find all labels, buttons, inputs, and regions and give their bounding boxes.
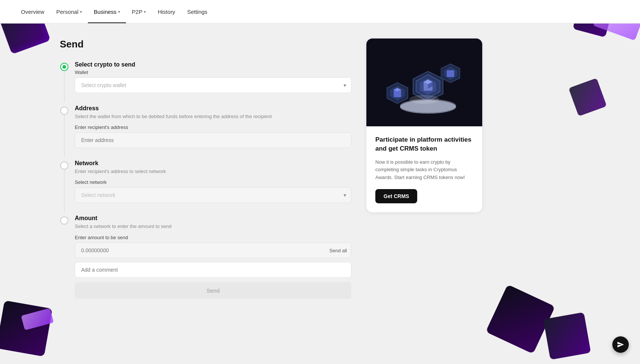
nav-p2p[interactable]: P2P ▾ [126, 0, 152, 23]
wallet-select-wrapper: Select crypto wallet ▾ [75, 77, 351, 93]
svg-rect-12 [447, 70, 454, 77]
nav-settings[interactable]: Settings [181, 0, 213, 23]
step-2-circle [60, 107, 68, 115]
step-2-field-label: Enter recipient's address [75, 124, 351, 130]
send-button[interactable]: Send [75, 282, 351, 299]
step-2-content: Address Select the wallet from which to … [75, 105, 351, 157]
nav-history[interactable]: History [152, 0, 181, 23]
network-select-wrapper: Select network ▾ [75, 187, 351, 203]
promo-image [366, 38, 482, 126]
step-3-left [60, 160, 69, 212]
step-3-line [64, 170, 65, 212]
nav-business[interactable]: Business ▾ [88, 0, 126, 23]
business-arrow: ▾ [118, 10, 120, 14]
step-1-line [64, 71, 65, 102]
form-section: Send Select crypto to send Wallet Select… [60, 38, 351, 311]
step-4-circle [60, 216, 68, 225]
step-1-circle [60, 63, 68, 71]
main-nav: Overview Personal ▾ Business ▾ P2P ▾ His… [0, 0, 640, 24]
send-fab-icon [617, 341, 624, 348]
step-3-field-label: Select network [75, 179, 351, 185]
step-4-subtitle: Select a network to enter the amount to … [75, 223, 351, 230]
network-placeholder: Select network [81, 192, 116, 198]
get-crms-button[interactable]: Get CRMS [375, 189, 417, 203]
address-input[interactable] [75, 132, 351, 148]
step-2-title: Address [75, 105, 351, 112]
step-2: Address Select the wallet from which to … [60, 105, 351, 157]
step-4-left [60, 215, 69, 308]
comment-input[interactable] [75, 262, 351, 278]
step-3: Network Enter recipient's address to sel… [60, 160, 351, 212]
amount-input[interactable] [75, 243, 351, 258]
step-1-title: Select crypto to send [75, 61, 351, 68]
nav-personal[interactable]: Personal ▾ [50, 0, 88, 23]
promo-description: Now it is possible to earn crypto by com… [375, 158, 473, 182]
send-all-button[interactable]: Send all [329, 247, 347, 253]
promo-title: Participate in platform activities and g… [375, 135, 473, 153]
step-container: Select crypto to send Wallet Select cryp… [60, 61, 351, 311]
step-1-content: Select crypto to send Wallet Select cryp… [75, 61, 351, 102]
step-1: Select crypto to send Wallet Select cryp… [60, 61, 351, 102]
fab-button[interactable] [612, 336, 629, 353]
wallet-select[interactable]: Select crypto wallet [75, 77, 351, 93]
promo-card: Participate in platform activities and g… [366, 38, 482, 212]
step-3-content: Network Enter recipient's address to sel… [75, 160, 351, 212]
step-3-title: Network [75, 160, 351, 167]
step-4-field-label: Enter amount to be send [75, 235, 351, 240]
main-container: Send Select crypto to send Wallet Select… [0, 24, 640, 326]
step-2-left [60, 105, 69, 157]
step-2-subtitle: Select the wallet from which to be debit… [75, 113, 351, 120]
svg-point-15 [409, 95, 439, 104]
network-select[interactable]: Select network [75, 187, 351, 203]
promo-illustration [376, 41, 473, 124]
step-4-title: Amount [75, 215, 351, 222]
amount-input-wrapper: Send all [75, 243, 351, 258]
p2p-arrow: ▾ [144, 10, 146, 14]
step-1-wallet-label: Wallet [75, 70, 351, 75]
step-3-circle [60, 161, 68, 170]
nav-overview[interactable]: Overview [15, 0, 50, 23]
step-1-left [60, 61, 69, 102]
promo-content: Participate in platform activities and g… [366, 126, 482, 212]
step-4-content: Amount Select a network to enter the amo… [75, 215, 351, 308]
step-3-subtitle: Enter recipient's address to select netw… [75, 168, 351, 175]
step-2-line [64, 115, 65, 157]
right-panel: Participate in platform activities and g… [366, 38, 482, 311]
personal-arrow: ▾ [80, 10, 82, 14]
page-title: Send [60, 38, 351, 50]
step-4: Amount Select a network to enter the amo… [60, 215, 351, 308]
wallet-placeholder: Select crypto wallet [81, 82, 126, 88]
